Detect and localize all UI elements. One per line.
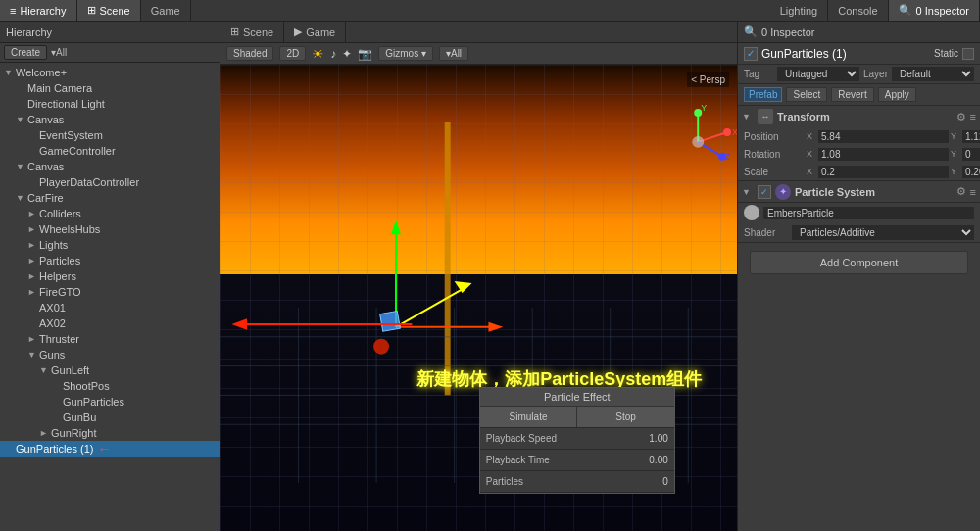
scene-icon: ⊞ xyxy=(87,4,96,17)
active-checkbox[interactable]: ✓ xyxy=(744,47,758,61)
ps-arrow: ▼ xyxy=(742,187,754,197)
h-item-ax01[interactable]: AX01 xyxy=(0,300,220,315)
h-item-colliders[interactable]: ► Colliders xyxy=(0,206,220,221)
transform-more-icon[interactable]: ≡ xyxy=(970,111,976,122)
arrow-indicator: ← xyxy=(97,441,111,457)
h-item-helpers[interactable]: ► Helpers xyxy=(0,268,220,284)
transform-icon: ↔ xyxy=(758,109,773,124)
simulate-button[interactable]: Simulate xyxy=(480,407,578,427)
h-item-gamecontroller[interactable]: GameController xyxy=(0,143,220,159)
all-filter[interactable]: ▾All xyxy=(51,47,67,58)
ps-name-input[interactable] xyxy=(763,207,974,219)
tag-label: Tag xyxy=(744,69,773,79)
h-item-gunbu[interactable]: GunBu xyxy=(0,410,220,425)
h-item-canvas-1[interactable]: ▼ Canvas xyxy=(0,112,220,127)
ps-icon: ✦ xyxy=(775,184,791,200)
fx-icon[interactable]: ✦ xyxy=(342,47,352,61)
rotation-x[interactable] xyxy=(818,148,949,161)
h-item-ax02[interactable]: AX02 xyxy=(0,315,220,331)
h-item-carfire[interactable]: ▼ CarFire xyxy=(0,190,220,206)
h-item-main-camera[interactable]: Main Camera xyxy=(0,80,220,96)
all-dropdown[interactable]: ▾All xyxy=(439,46,468,61)
create-button[interactable]: Create xyxy=(4,45,47,60)
object-name-row: ✓ GunParticles (1) Static xyxy=(738,43,980,65)
shading-dropdown[interactable]: Shaded xyxy=(226,46,273,61)
popup-simulate-row: Simulate Stop xyxy=(480,407,674,428)
audio-icon[interactable]: ♪ xyxy=(330,47,336,61)
tab-lighting[interactable]: Lighting xyxy=(770,0,829,21)
h-item-canvas-2[interactable]: ▼ Canvas xyxy=(0,159,220,174)
scale-x[interactable] xyxy=(818,166,949,178)
transform-header[interactable]: ▼ ↔ Transform ⚙ ≡ xyxy=(738,106,980,127)
position-row: Position X Y Z xyxy=(738,127,980,145)
h-item-eventsystem[interactable]: EventSystem xyxy=(0,127,220,143)
hierarchy-icon: ≡ xyxy=(10,5,16,17)
hierarchy-title: Hierarchy xyxy=(6,26,52,38)
h-item-thruster[interactable]: ► Thruster xyxy=(0,331,220,347)
select-button[interactable]: Select xyxy=(786,87,827,102)
h-item-gunparticles-1[interactable]: GunParticles (1) ← xyxy=(0,441,220,457)
h-item-gunright[interactable]: ► GunRight xyxy=(0,425,220,441)
rotation-y[interactable] xyxy=(962,148,980,161)
scene-viewport[interactable]: X Y Z < Persp 新建物体，添加ParticleSystem组件 xyxy=(220,65,737,531)
ps-shader-row: Shader Particles/Additive xyxy=(738,222,980,242)
playback-speed-label: Playback Speed xyxy=(480,433,625,444)
dimension-toggle[interactable]: 2D xyxy=(279,46,306,61)
scene-tab-icon: ⊞ xyxy=(230,25,239,38)
ps-active-toggle[interactable]: ✓ xyxy=(758,185,771,199)
static-label: Static xyxy=(934,48,958,59)
h-item-welcome[interactable]: ▼ Welcome+ xyxy=(0,65,220,80)
game-tab-icon: ▶ xyxy=(294,25,302,38)
add-component-button[interactable]: Add Component xyxy=(750,251,968,274)
h-item-shootpos[interactable]: ShootPos xyxy=(0,378,220,394)
h-item-firegto[interactable]: ► FireGTO xyxy=(0,284,220,300)
playback-speed-value: 1.00 xyxy=(625,433,674,444)
h-item-guns[interactable]: ▼ Guns xyxy=(0,347,220,362)
position-y[interactable] xyxy=(962,130,980,143)
playback-time-value: 0.00 xyxy=(625,455,674,465)
popup-particles-row: Particles 0 xyxy=(480,471,674,493)
transform-section: ▼ ↔ Transform ⚙ ≡ Position X Y Z xyxy=(738,106,980,181)
ps-preview-sphere xyxy=(744,205,760,220)
h-item-playerdatacontroller[interactable]: PlayerDataController xyxy=(0,174,220,190)
layer-select[interactable]: Default xyxy=(892,67,974,81)
scene-tab[interactable]: ⊞ Scene xyxy=(220,22,284,42)
inspector-header: 🔍 0 Inspector xyxy=(738,22,980,43)
position-label: Position xyxy=(744,131,803,142)
stop-button[interactable]: Stop xyxy=(577,407,674,427)
tab-scene[interactable]: ⊞ Scene xyxy=(77,0,141,21)
camera-icon[interactable]: 📷 xyxy=(358,47,372,61)
h-item-wheelshubs[interactable]: ► WheelsHubs xyxy=(0,221,220,237)
tab-inspector[interactable]: 🔍 0 Inspector xyxy=(889,0,980,21)
apply-button[interactable]: Apply xyxy=(878,87,916,102)
h-item-lights[interactable]: ► Lights xyxy=(0,237,220,253)
hierarchy-panel: Hierarchy Create ▾All ▼ Welcome+ Main Ca… xyxy=(0,22,220,531)
persp-label: < Persp xyxy=(687,72,729,87)
gizmos-dropdown[interactable]: Gizmos ▾ xyxy=(378,46,433,61)
game-tab[interactable]: ▶ Game xyxy=(284,22,346,42)
static-checkbox[interactable] xyxy=(962,48,974,60)
popup-playback-speed-row: Playback Speed 1.00 xyxy=(480,428,674,450)
ps-more-icon[interactable]: ≡ xyxy=(970,186,976,198)
tab-game[interactable]: Game xyxy=(141,0,191,21)
scale-y[interactable] xyxy=(962,166,980,178)
tab-hierarchy[interactable]: ≡ Hierarchy xyxy=(0,0,77,21)
tab-console[interactable]: Console xyxy=(828,0,888,21)
ps-menu-icon[interactable]: ⚙ xyxy=(956,185,966,198)
playback-time-label: Playback Time xyxy=(480,455,625,465)
hierarchy-header: Hierarchy xyxy=(0,22,220,43)
transform-menu-icon[interactable]: ⚙ xyxy=(956,111,966,123)
h-item-gunleft[interactable]: ▼ GunLeft xyxy=(0,362,220,378)
h-item-particles[interactable]: ► Particles xyxy=(0,253,220,268)
hierarchy-content: ▼ Welcome+ Main Camera Directional Light… xyxy=(0,63,220,531)
tag-select[interactable]: Untagged xyxy=(777,67,859,81)
sun-icon[interactable]: ☀ xyxy=(312,46,324,62)
revert-button[interactable]: Revert xyxy=(831,87,873,102)
ps-shader-select[interactable]: Particles/Additive xyxy=(792,225,974,240)
h-item-gunparticles[interactable]: GunParticles xyxy=(0,394,220,410)
scale-label: Scale xyxy=(744,167,803,177)
ps-name-row xyxy=(738,203,980,222)
position-x[interactable] xyxy=(818,130,949,143)
h-item-directional-light[interactable]: Directional Light xyxy=(0,96,220,112)
particle-system-header[interactable]: ▼ ✓ ✦ Particle System ⚙ ≡ xyxy=(738,181,980,203)
